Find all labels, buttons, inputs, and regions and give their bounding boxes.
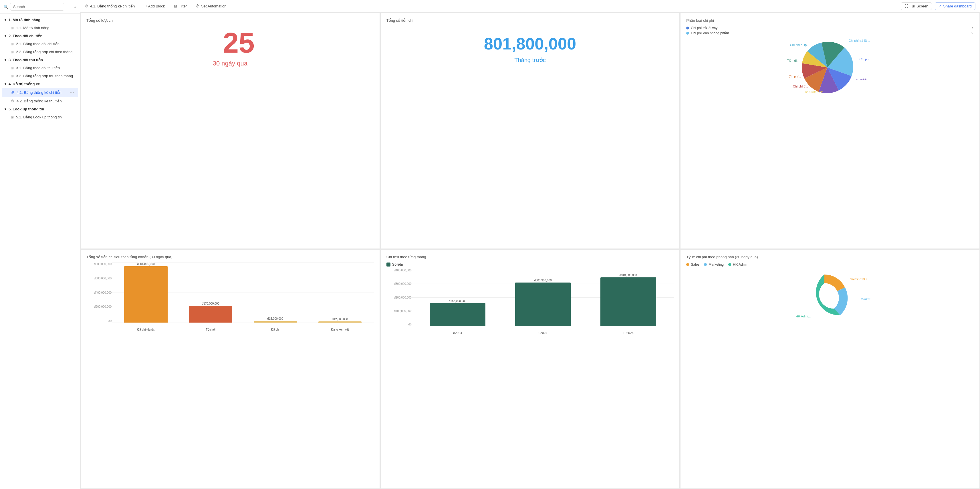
bar-group-82024: đ158,000,000 [418,269,498,326]
bar-rejected [189,306,232,322]
sidebar-section-sec2: ▼2. Theo dõi chi tiền⊞2.1. Bảng theo dõi… [0,32,80,56]
topbar: ⏱ 4.1. Bảng thống kê chi tiền + Add Bloc… [80,0,980,13]
sidebar-item-item6[interactable]: ⏱4.1. Bảng thống kê chi tiền⋯ [2,88,78,97]
fullscreen-button[interactable]: ⛶ Full Screen [901,2,932,10]
pie-label-tra-lai: Chi phí trả lãi... [849,39,870,43]
section-label: 1. Mô tả tính năng [9,18,40,22]
sidebar-item-item5[interactable]: ⊞3.2. Bảng tổng hợp thu theo tháng [2,72,78,80]
bar-value-92024: đ303,300,000 [534,279,552,282]
bar-group-rejected: đ170,000,000 [180,262,242,322]
card4-x-axis: Đã phê duyệt Từ chối Đã chi Đang xem xét [112,328,374,331]
bar-value-approved: đ604,800,000 [137,262,155,266]
dots-menu-button[interactable]: ⋯ [70,90,74,95]
sidebar-item-item2[interactable]: ⊞2.1. Bảng theo dõi chi tiền [2,40,78,48]
item-icon: ⊞ [11,74,14,78]
sidebar-item-item1[interactable]: ⊞1.1. Mô tả tính năng [2,24,78,32]
legend-dot-sales [686,263,689,266]
legend-chevron-2[interactable]: ∨ [971,31,974,35]
pie-label-tiennuoc: Tiền nước... [853,78,870,81]
search-input[interactable] [10,3,64,11]
pie-label-dila: Chi phí đi lạ... [790,43,810,47]
legend-marketing: Marketing [704,262,724,267]
share-dashboard-button[interactable]: ↗ Share dashboard [935,2,975,10]
sidebar-section-sec1: ▼1. Mô tả tính năng⊞1.1. Mô tả tính năng [0,16,80,32]
search-icon: 🔍 [3,5,8,9]
legend-dot-1 [686,27,689,29]
topbar-icon: ⏱ [85,4,88,8]
sidebar-section-header-sec1[interactable]: ▼1. Mô tả tính năng [0,16,80,24]
sidebar-item-item4[interactable]: ⊞3.1. Bảng theo dõi thu tiền [2,64,78,72]
legend-label-sales: Sales [691,262,699,267]
bar-group-approved: đ604,800,000 [115,262,177,322]
sidebar-item-item8[interactable]: ⊞5.1. Bảng Look up thông tin [2,113,78,121]
card2-period: Tháng trước [387,57,674,64]
search-bar: 🔍 « [0,0,80,14]
card4-title: Tổng số tiền chi tiêu theo từng khoản (3… [86,255,374,259]
bar-value-82024: đ158,000,000 [449,299,466,303]
sidebar-section-sec5: ▼5. Look up thông tin⊞5.1. Bảng Look up … [0,105,80,121]
legend-sales: Sales [686,262,699,267]
item-icon: ⏱ [11,90,14,95]
bar-value-spent: đ15,000,000 [267,317,283,320]
pie-label-chiphi2: Chi phí... [789,75,801,78]
card5-y-axis: đ400,000,000 đ300,000,000 đ200,000,000 đ… [387,269,412,326]
legend-hradmin: HR Admin [728,262,748,267]
card5-x-axis: 82024 92024 102024 [412,331,674,335]
card3-legend: Chi phí trả lãi vay ∧ Chi phí Văn phòng … [686,26,974,35]
xlabel-rejected: Từ chối [180,328,242,331]
item-icon: ⊞ [11,66,14,70]
sidebar-section-sec3: ▼3. Theo dõi thu tiền⊞3.1. Bảng theo dõi… [0,56,80,80]
add-block-button[interactable]: + Add Block [143,3,167,10]
set-automation-button[interactable]: ⏱ Set Automation [194,3,229,10]
card1-value: 25 [103,28,374,57]
donut-container: Sales: đ133,... Market... HR Admi... [686,269,974,326]
donut-label-marketing: Market... [861,297,873,301]
sidebar-section-header-sec4[interactable]: ▼4. Đồ thị thống kê [0,80,80,88]
sidebar-item-item7[interactable]: ⏱4.2. Bảng thống kê thu tiền [2,97,78,105]
collapse-button[interactable]: « [74,5,76,9]
card5-title: Chi tiêu theo từng tháng [387,255,674,259]
legend-chevron-1[interactable]: ∧ [971,26,974,30]
card6-title: Tỷ lệ chi phí theo phòng ban (30 ngày qu… [686,255,974,259]
sidebar-section-header-sec3[interactable]: ▼3. Theo dõi thu tiền [0,56,80,64]
card-monthly-chart: Chi tiêu theo từng tháng Số tiền đ400,00… [381,250,680,488]
pie-label-chiphid: Chi phí đ... [793,85,808,88]
bar-group-reviewing: đ12,000,000 [309,262,371,322]
item-icon: ⏱ [11,99,14,103]
card1-period: 30 ngày qua [86,60,374,67]
card4-bars: đ604,800,000 đ170,000,000 đ15,000,000 đ1… [112,262,374,322]
card5-legend: Số tiền [387,262,674,267]
item-label: 3.2. Bảng tổng hợp thu theo tháng [16,74,73,78]
item-icon: ⊞ [11,42,14,46]
section-label: 3. Theo dõi thu tiền [9,58,43,62]
card1-title: Tổng số lượt chi [86,18,374,22]
xlabel-reviewing: Đang xem xét [309,328,371,331]
item-label: 5.1. Bảng Look up thông tin [16,115,62,119]
section-label: 4. Đồ thị thống kê [9,82,40,86]
topbar-right: ⛶ Full Screen ↗ Share dashboard [901,2,976,10]
card6-legend: Sales Marketing HR Admin [686,262,974,267]
card-bar-chart: Tổng số tiền chi tiêu theo từng khoản (3… [81,250,380,488]
item-icon: ⊞ [11,50,14,54]
xlabel-92024: 92024 [503,331,583,335]
legend-label-marketing: Marketing [708,262,724,267]
bar-92024 [515,283,571,326]
main-content: ⏱ 4.1. Bảng thống kê chi tiền + Add Bloc… [80,0,980,489]
chevron-icon: ▼ [4,58,7,62]
sidebar-section-sec4: ▼4. Đồ thị thống kê⏱4.1. Bảng thống kê c… [0,80,80,105]
bar-reviewing [318,321,361,322]
chevron-icon: ▼ [4,18,7,21]
sidebar-section-header-sec2[interactable]: ▼2. Theo dõi chi tiền [0,32,80,40]
card4-y-axis: đ800,000,000 đ600,000,000 đ400,000,000 đ… [86,262,111,322]
donut-label-hradmin: HR Admi... [796,314,811,318]
legend-label-hradmin: HR Admin [733,262,748,267]
xlabel-approved: Đã phê duyệt [115,328,177,331]
chevron-icon: ▼ [4,108,7,111]
sidebar-item-item3[interactable]: ⊞2.2. Bảng tổng hợp chi theo tháng [2,48,78,56]
topbar-actions: + Add Block ⊟ Filter ⏱ Set Automation [143,3,229,10]
bar-spent [254,321,297,322]
bar-value-rejected: đ170,000,000 [202,302,220,305]
filter-button[interactable]: ⊟ Filter [172,3,189,10]
sidebar-section-header-sec5[interactable]: ▼5. Look up thông tin [0,105,80,113]
xlabel-82024: 82024 [418,331,498,335]
